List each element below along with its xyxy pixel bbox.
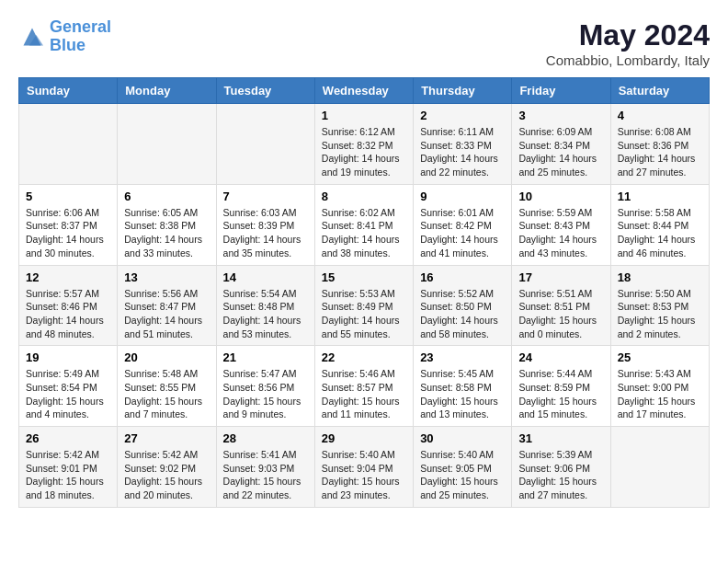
calendar-cell: 13Sunrise: 5:56 AM Sunset: 8:47 PM Dayli… bbox=[118, 265, 216, 346]
day-info: Sunrise: 5:53 AM Sunset: 8:49 PM Dayligh… bbox=[322, 287, 406, 341]
calendar-cell: 9Sunrise: 6:01 AM Sunset: 8:42 PM Daylig… bbox=[414, 184, 512, 265]
calendar-cell: 15Sunrise: 5:53 AM Sunset: 8:49 PM Dayli… bbox=[314, 265, 413, 346]
day-info: Sunrise: 5:54 AM Sunset: 8:48 PM Dayligh… bbox=[223, 287, 308, 341]
day-number: 18 bbox=[618, 270, 702, 284]
calendar-cell: 22Sunrise: 5:46 AM Sunset: 8:57 PM Dayli… bbox=[314, 346, 413, 427]
calendar-cell: 26Sunrise: 5:42 AM Sunset: 9:01 PM Dayli… bbox=[19, 427, 118, 508]
day-info: Sunrise: 5:49 AM Sunset: 8:54 PM Dayligh… bbox=[26, 367, 110, 421]
day-number: 11 bbox=[618, 190, 702, 203]
calendar-cell: 5Sunrise: 6:06 AM Sunset: 8:37 PM Daylig… bbox=[19, 184, 118, 265]
day-info: Sunrise: 6:06 AM Sunset: 8:37 PM Dayligh… bbox=[26, 206, 110, 260]
day-info: Sunrise: 6:01 AM Sunset: 8:42 PM Dayligh… bbox=[420, 206, 505, 260]
day-info: Sunrise: 5:40 AM Sunset: 9:05 PM Dayligh… bbox=[420, 448, 505, 502]
day-number: 4 bbox=[618, 109, 702, 122]
day-info: Sunrise: 5:45 AM Sunset: 8:58 PM Dayligh… bbox=[420, 367, 505, 421]
day-info: Sunrise: 5:42 AM Sunset: 9:02 PM Dayligh… bbox=[124, 448, 209, 502]
day-number: 1 bbox=[322, 109, 406, 122]
calendar-cell bbox=[610, 427, 709, 508]
day-number: 21 bbox=[223, 350, 308, 364]
day-number: 13 bbox=[124, 270, 209, 284]
calendar-cell: 16Sunrise: 5:52 AM Sunset: 8:50 PM Dayli… bbox=[414, 265, 512, 346]
calendar-cell: 23Sunrise: 5:45 AM Sunset: 8:58 PM Dayli… bbox=[414, 346, 512, 427]
calendar-cell: 27Sunrise: 5:42 AM Sunset: 9:02 PM Dayli… bbox=[118, 427, 216, 508]
calendar-cell: 21Sunrise: 5:47 AM Sunset: 8:56 PM Dayli… bbox=[216, 346, 314, 427]
week-row-2: 5Sunrise: 6:06 AM Sunset: 8:37 PM Daylig… bbox=[19, 184, 710, 265]
logo-icon bbox=[18, 26, 46, 48]
day-info: Sunrise: 5:46 AM Sunset: 8:57 PM Dayligh… bbox=[322, 367, 406, 421]
calendar-cell: 29Sunrise: 5:40 AM Sunset: 9:04 PM Dayli… bbox=[314, 427, 413, 508]
day-number: 2 bbox=[420, 109, 505, 122]
calendar-cell: 28Sunrise: 5:41 AM Sunset: 9:03 PM Dayli… bbox=[216, 427, 314, 508]
calendar-cell: 11Sunrise: 5:58 AM Sunset: 8:44 PM Dayli… bbox=[610, 184, 709, 265]
header-saturday: Saturday bbox=[610, 78, 709, 104]
day-number: 15 bbox=[322, 270, 406, 284]
day-info: Sunrise: 6:02 AM Sunset: 8:41 PM Dayligh… bbox=[322, 206, 406, 260]
calendar-cell: 10Sunrise: 5:59 AM Sunset: 8:43 PM Dayli… bbox=[512, 184, 610, 265]
calendar-cell: 2Sunrise: 6:11 AM Sunset: 8:33 PM Daylig… bbox=[414, 104, 512, 185]
day-number: 16 bbox=[420, 270, 505, 284]
day-info: Sunrise: 6:09 AM Sunset: 8:34 PM Dayligh… bbox=[518, 125, 603, 179]
day-info: Sunrise: 5:39 AM Sunset: 9:06 PM Dayligh… bbox=[518, 448, 603, 502]
day-info: Sunrise: 6:11 AM Sunset: 8:33 PM Dayligh… bbox=[420, 125, 505, 179]
day-number: 6 bbox=[124, 190, 209, 203]
day-number: 14 bbox=[223, 270, 308, 284]
calendar-cell: 8Sunrise: 6:02 AM Sunset: 8:41 PM Daylig… bbox=[314, 184, 413, 265]
calendar-cell: 4Sunrise: 6:08 AM Sunset: 8:36 PM Daylig… bbox=[610, 104, 709, 185]
page-header: GeneralBlue May 2024 Comabbio, Lombardy,… bbox=[18, 18, 710, 68]
calendar-cell: 24Sunrise: 5:44 AM Sunset: 8:59 PM Dayli… bbox=[512, 346, 610, 427]
day-number: 29 bbox=[322, 431, 406, 445]
day-info: Sunrise: 5:50 AM Sunset: 8:53 PM Dayligh… bbox=[618, 287, 702, 341]
calendar-cell: 12Sunrise: 5:57 AM Sunset: 8:46 PM Dayli… bbox=[19, 265, 118, 346]
day-number: 12 bbox=[26, 270, 110, 284]
day-number: 23 bbox=[420, 350, 505, 364]
calendar-cell: 7Sunrise: 6:03 AM Sunset: 8:39 PM Daylig… bbox=[216, 184, 314, 265]
day-number: 31 bbox=[518, 431, 603, 445]
calendar-cell: 20Sunrise: 5:48 AM Sunset: 8:55 PM Dayli… bbox=[118, 346, 216, 427]
day-number: 22 bbox=[322, 350, 406, 364]
calendar-cell: 1Sunrise: 6:12 AM Sunset: 8:32 PM Daylig… bbox=[314, 104, 413, 185]
calendar-cell: 17Sunrise: 5:51 AM Sunset: 8:51 PM Dayli… bbox=[512, 265, 610, 346]
header-sunday: Sunday bbox=[19, 78, 118, 104]
calendar-cell bbox=[216, 104, 314, 185]
day-info: Sunrise: 5:44 AM Sunset: 8:59 PM Dayligh… bbox=[518, 367, 603, 421]
week-row-5: 26Sunrise: 5:42 AM Sunset: 9:01 PM Dayli… bbox=[19, 427, 710, 508]
header-thursday: Thursday bbox=[414, 78, 512, 104]
day-number: 5 bbox=[26, 190, 110, 203]
day-number: 24 bbox=[518, 350, 603, 364]
calendar-cell: 3Sunrise: 6:09 AM Sunset: 8:34 PM Daylig… bbox=[512, 104, 610, 185]
day-number: 30 bbox=[420, 431, 505, 445]
calendar-cell: 14Sunrise: 5:54 AM Sunset: 8:48 PM Dayli… bbox=[216, 265, 314, 346]
calendar-cell: 18Sunrise: 5:50 AM Sunset: 8:53 PM Dayli… bbox=[610, 265, 709, 346]
month-year-title: May 2024 bbox=[546, 18, 710, 52]
day-info: Sunrise: 5:40 AM Sunset: 9:04 PM Dayligh… bbox=[322, 448, 406, 502]
day-number: 7 bbox=[223, 190, 308, 203]
title-block: May 2024 Comabbio, Lombardy, Italy bbox=[546, 18, 710, 68]
day-info: Sunrise: 5:59 AM Sunset: 8:43 PM Dayligh… bbox=[518, 206, 603, 260]
day-info: Sunrise: 6:08 AM Sunset: 8:36 PM Dayligh… bbox=[618, 125, 702, 179]
calendar-header-row: SundayMondayTuesdayWednesdayThursdayFrid… bbox=[19, 78, 710, 104]
calendar-cell: 25Sunrise: 5:43 AM Sunset: 9:00 PM Dayli… bbox=[610, 346, 709, 427]
day-info: Sunrise: 5:41 AM Sunset: 9:03 PM Dayligh… bbox=[223, 448, 308, 502]
day-info: Sunrise: 5:58 AM Sunset: 8:44 PM Dayligh… bbox=[618, 206, 702, 260]
day-info: Sunrise: 5:47 AM Sunset: 8:56 PM Dayligh… bbox=[223, 367, 308, 421]
location-subtitle: Comabbio, Lombardy, Italy bbox=[546, 52, 710, 68]
day-info: Sunrise: 5:48 AM Sunset: 8:55 PM Dayligh… bbox=[124, 367, 209, 421]
calendar-cell bbox=[19, 104, 118, 185]
logo: GeneralBlue bbox=[18, 18, 111, 55]
calendar-table: SundayMondayTuesdayWednesdayThursdayFrid… bbox=[18, 77, 710, 508]
day-number: 19 bbox=[26, 350, 110, 364]
day-info: Sunrise: 5:43 AM Sunset: 9:00 PM Dayligh… bbox=[618, 367, 702, 421]
calendar-cell bbox=[118, 104, 216, 185]
header-tuesday: Tuesday bbox=[216, 78, 314, 104]
calendar-cell: 31Sunrise: 5:39 AM Sunset: 9:06 PM Dayli… bbox=[512, 427, 610, 508]
day-info: Sunrise: 5:51 AM Sunset: 8:51 PM Dayligh… bbox=[518, 287, 603, 341]
calendar-cell: 19Sunrise: 5:49 AM Sunset: 8:54 PM Dayli… bbox=[19, 346, 118, 427]
header-wednesday: Wednesday bbox=[314, 78, 413, 104]
day-number: 28 bbox=[223, 431, 308, 445]
week-row-3: 12Sunrise: 5:57 AM Sunset: 8:46 PM Dayli… bbox=[19, 265, 710, 346]
day-info: Sunrise: 5:56 AM Sunset: 8:47 PM Dayligh… bbox=[124, 287, 209, 341]
calendar-cell: 30Sunrise: 5:40 AM Sunset: 9:05 PM Dayli… bbox=[414, 427, 512, 508]
day-number: 8 bbox=[322, 190, 406, 203]
day-info: Sunrise: 6:05 AM Sunset: 8:38 PM Dayligh… bbox=[124, 206, 209, 260]
day-info: Sunrise: 6:12 AM Sunset: 8:32 PM Dayligh… bbox=[322, 125, 406, 179]
